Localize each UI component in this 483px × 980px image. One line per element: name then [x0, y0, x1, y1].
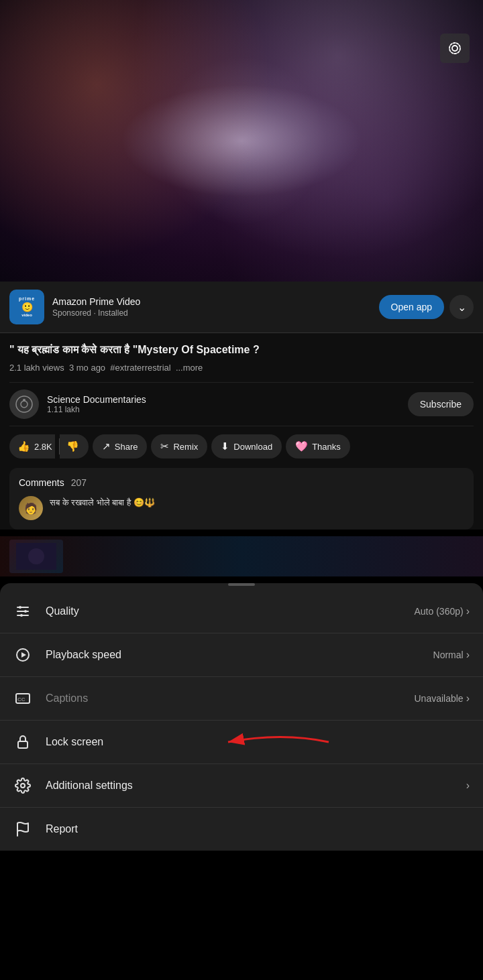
ad-info: Amazon Prime Video Sponsored · Installed [52, 296, 371, 318]
svg-point-19 [21, 784, 25, 788]
comments-section[interactable]: Comments 207 🧑 सब के रखवाले भोले बाबा है… [9, 468, 474, 530]
share-button[interactable]: ↗ Share [93, 434, 148, 458]
additional-settings-label: Additional settings [46, 780, 453, 792]
thanks-button[interactable]: 🩷 Thanks [286, 434, 350, 458]
nebula-effect [121, 84, 362, 197]
svg-point-1 [449, 43, 460, 54]
bottom-sheet: Quality Auto (360p) › Playback speed Nor… [0, 583, 483, 851]
view-count: 2.1 lakh views [9, 363, 64, 373]
report-label: Report [46, 823, 470, 835]
captions-chevron: › [466, 692, 470, 705]
camera-icon[interactable] [440, 34, 470, 63]
cc-icon: CC [13, 689, 32, 708]
action-row: 👍 2.8K 👎 ↗ Share ✂ Remix ⬇ Download 🩷 Th… [9, 426, 474, 468]
svg-rect-17 [18, 741, 28, 748]
svg-marker-14 [21, 652, 26, 658]
comment-row: 🧑 सब के रखवाले भोले बाबा है 😊🔱 [19, 496, 464, 520]
prime-video-logo: prime 🙂 video [9, 290, 44, 324]
captions-value: Unavailable › [415, 692, 470, 705]
comment-text: सब के रखवाले भोले बाबा है 😊🔱 [50, 496, 155, 509]
channel-row: Science Documentaries 1.11 lakh Subscrib… [9, 382, 474, 426]
sheet-drag-handle[interactable] [228, 583, 255, 586]
svg-point-11 [24, 610, 27, 613]
quality-option[interactable]: Quality Auto (360p) › [0, 590, 483, 633]
quality-label: Quality [46, 605, 401, 617]
video-title: " यह ब्रह्मांड काम कैसे करता है "Mystery… [9, 343, 474, 357]
ad-banner: prime 🙂 video Amazon Prime Video Sponsor… [0, 282, 483, 333]
svg-point-0 [452, 46, 458, 51]
additional-settings-value: › [466, 780, 470, 792]
like-button[interactable]: 👍 2.8K [9, 434, 55, 458]
download-icon: ⬇ [221, 440, 229, 452]
remix-icon: ✂ [160, 440, 169, 452]
thanks-label: Thanks [312, 442, 341, 452]
ad-title: Amazon Prime Video [52, 296, 371, 307]
lock-screen-label: Lock screen [46, 736, 470, 748]
open-app-button[interactable]: Open app [379, 295, 445, 319]
collapse-ad-button[interactable]: ⌄ [449, 295, 474, 319]
comments-header: Comments 207 [19, 477, 464, 488]
thanks-icon: 🩷 [295, 440, 308, 452]
report-option[interactable]: Report [0, 808, 483, 851]
ad-actions: Open app ⌄ [379, 295, 474, 319]
thumbs-up-icon: 👍 [17, 440, 30, 452]
channel-avatar[interactable] [9, 389, 39, 419]
additional-settings-chevron: › [466, 780, 470, 792]
svg-text:CC: CC [17, 696, 25, 702]
svg-point-2 [16, 396, 32, 412]
playback-speed-option[interactable]: Playback speed Normal › [0, 633, 483, 677]
comments-label: Comments [19, 477, 64, 488]
share-label: Share [115, 442, 138, 452]
playback-speed-chevron: › [466, 649, 470, 661]
additional-settings-option[interactable]: Additional settings › [0, 764, 483, 808]
svg-point-6 [28, 548, 44, 564]
logo-video-text: video [21, 313, 32, 318]
quality-chevron: › [466, 605, 470, 617]
svg-point-10 [19, 606, 21, 609]
svg-point-4 [23, 399, 25, 402]
quality-value: Auto (360p) › [415, 605, 470, 617]
captions-label: Captions [46, 692, 401, 705]
sliders-icon [13, 602, 32, 621]
channel-info: Science Documentaries 1.11 lakh [47, 394, 400, 414]
playback-speed-label: Playback speed [46, 649, 420, 661]
remix-button[interactable]: ✂ Remix [151, 434, 207, 458]
comment-avatar: 🧑 [19, 496, 43, 520]
ad-subtitle: Sponsored · Installed [52, 308, 371, 318]
logo-prime-text: prime [19, 296, 35, 302]
remix-label: Remix [173, 442, 198, 452]
next-video-thumbnail [9, 540, 63, 573]
like-count: 2.8K [34, 442, 52, 452]
play-circle-icon [13, 646, 32, 664]
video-player[interactable] [0, 0, 483, 282]
thumbs-down-icon: 👎 [66, 440, 79, 452]
dislike-button[interactable]: 👎 [60, 434, 89, 458]
playback-speed-value: Normal › [433, 649, 470, 661]
svg-point-12 [20, 614, 23, 617]
channel-subscribers: 1.11 lakh [47, 405, 400, 414]
share-icon: ↗ [102, 440, 111, 452]
lock-screen-option[interactable]: Lock screen [0, 721, 483, 764]
more-button[interactable]: ...more [176, 363, 203, 373]
gear-icon [13, 776, 32, 795]
hashtag[interactable]: #extraterrestrial [110, 363, 170, 373]
captions-option[interactable]: CC Captions Unavailable › [0, 677, 483, 721]
video-meta: 2.1 lakh views 3 mo ago #extraterrestria… [9, 363, 474, 373]
download-button[interactable]: ⬇ Download [211, 434, 282, 458]
next-video-preview [0, 536, 483, 576]
time-ago: 3 mo ago [69, 363, 105, 373]
download-label: Download [233, 442, 272, 452]
video-info-section: " यह ब्रह्मांड काम कैसे करता है "Mystery… [0, 333, 483, 530]
flag-icon [13, 820, 32, 839]
subscribe-button[interactable]: Subscribe [408, 392, 474, 416]
lock-icon [13, 733, 32, 751]
channel-name[interactable]: Science Documentaries [47, 394, 400, 405]
comments-count: 207 [71, 477, 87, 488]
